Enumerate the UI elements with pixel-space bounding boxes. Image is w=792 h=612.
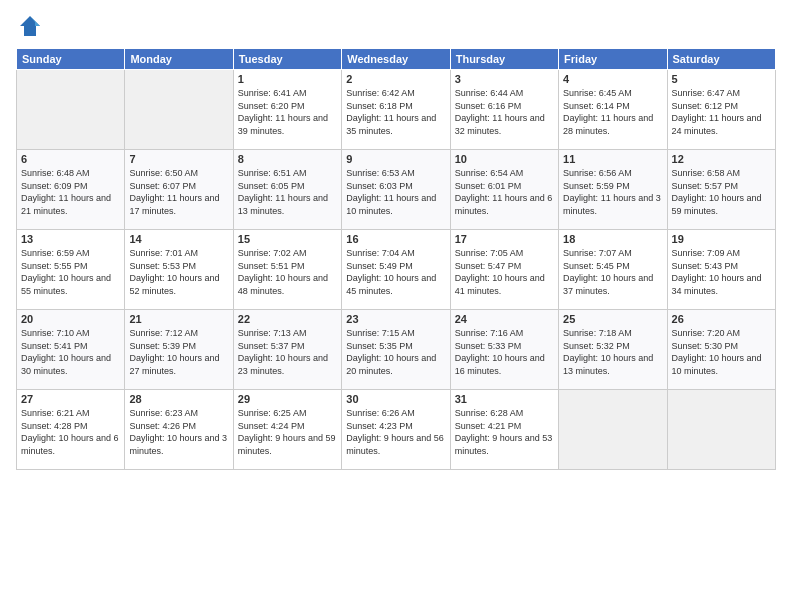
day-number: 14 bbox=[129, 233, 228, 245]
weekday-header-monday: Monday bbox=[125, 49, 233, 70]
day-number: 23 bbox=[346, 313, 445, 325]
day-info: Sunrise: 6:44 AMSunset: 6:16 PMDaylight:… bbox=[455, 87, 554, 137]
day-number: 22 bbox=[238, 313, 337, 325]
day-cell: 25Sunrise: 7:18 AMSunset: 5:32 PMDayligh… bbox=[559, 310, 667, 390]
day-number: 7 bbox=[129, 153, 228, 165]
day-cell: 9Sunrise: 6:53 AMSunset: 6:03 PMDaylight… bbox=[342, 150, 450, 230]
day-number: 3 bbox=[455, 73, 554, 85]
day-info: Sunrise: 6:54 AMSunset: 6:01 PMDaylight:… bbox=[455, 167, 554, 217]
day-info: Sunrise: 6:45 AMSunset: 6:14 PMDaylight:… bbox=[563, 87, 662, 137]
day-cell: 5Sunrise: 6:47 AMSunset: 6:12 PMDaylight… bbox=[667, 70, 775, 150]
day-info: Sunrise: 6:48 AMSunset: 6:09 PMDaylight:… bbox=[21, 167, 120, 217]
day-number: 10 bbox=[455, 153, 554, 165]
day-cell: 12Sunrise: 6:58 AMSunset: 5:57 PMDayligh… bbox=[667, 150, 775, 230]
weekday-header-thursday: Thursday bbox=[450, 49, 558, 70]
day-info: Sunrise: 6:42 AMSunset: 6:18 PMDaylight:… bbox=[346, 87, 445, 137]
page: SundayMondayTuesdayWednesdayThursdayFrid… bbox=[0, 0, 792, 612]
day-info: Sunrise: 7:10 AMSunset: 5:41 PMDaylight:… bbox=[21, 327, 120, 377]
day-number: 24 bbox=[455, 313, 554, 325]
day-info: Sunrise: 6:50 AMSunset: 6:07 PMDaylight:… bbox=[129, 167, 228, 217]
day-info: Sunrise: 7:15 AMSunset: 5:35 PMDaylight:… bbox=[346, 327, 445, 377]
day-number: 28 bbox=[129, 393, 228, 405]
day-number: 19 bbox=[672, 233, 771, 245]
day-number: 6 bbox=[21, 153, 120, 165]
day-number: 30 bbox=[346, 393, 445, 405]
day-number: 4 bbox=[563, 73, 662, 85]
day-number: 5 bbox=[672, 73, 771, 85]
day-cell: 16Sunrise: 7:04 AMSunset: 5:49 PMDayligh… bbox=[342, 230, 450, 310]
day-number: 29 bbox=[238, 393, 337, 405]
day-cell: 3Sunrise: 6:44 AMSunset: 6:16 PMDaylight… bbox=[450, 70, 558, 150]
logo-icon bbox=[16, 12, 44, 40]
day-number: 26 bbox=[672, 313, 771, 325]
day-info: Sunrise: 6:28 AMSunset: 4:21 PMDaylight:… bbox=[455, 407, 554, 457]
day-cell: 10Sunrise: 6:54 AMSunset: 6:01 PMDayligh… bbox=[450, 150, 558, 230]
day-cell bbox=[125, 70, 233, 150]
day-info: Sunrise: 7:16 AMSunset: 5:33 PMDaylight:… bbox=[455, 327, 554, 377]
day-cell: 29Sunrise: 6:25 AMSunset: 4:24 PMDayligh… bbox=[233, 390, 341, 470]
week-row-5: 27Sunrise: 6:21 AMSunset: 4:28 PMDayligh… bbox=[17, 390, 776, 470]
day-cell: 4Sunrise: 6:45 AMSunset: 6:14 PMDaylight… bbox=[559, 70, 667, 150]
day-cell: 8Sunrise: 6:51 AMSunset: 6:05 PMDaylight… bbox=[233, 150, 341, 230]
day-number: 25 bbox=[563, 313, 662, 325]
weekday-header-row: SundayMondayTuesdayWednesdayThursdayFrid… bbox=[17, 49, 776, 70]
day-cell: 6Sunrise: 6:48 AMSunset: 6:09 PMDaylight… bbox=[17, 150, 125, 230]
day-cell: 30Sunrise: 6:26 AMSunset: 4:23 PMDayligh… bbox=[342, 390, 450, 470]
day-info: Sunrise: 6:41 AMSunset: 6:20 PMDaylight:… bbox=[238, 87, 337, 137]
day-cell: 31Sunrise: 6:28 AMSunset: 4:21 PMDayligh… bbox=[450, 390, 558, 470]
day-info: Sunrise: 6:58 AMSunset: 5:57 PMDaylight:… bbox=[672, 167, 771, 217]
day-number: 31 bbox=[455, 393, 554, 405]
calendar-table: SundayMondayTuesdayWednesdayThursdayFrid… bbox=[16, 48, 776, 470]
day-number: 27 bbox=[21, 393, 120, 405]
day-cell: 28Sunrise: 6:23 AMSunset: 4:26 PMDayligh… bbox=[125, 390, 233, 470]
day-info: Sunrise: 6:23 AMSunset: 4:26 PMDaylight:… bbox=[129, 407, 228, 457]
day-info: Sunrise: 7:18 AMSunset: 5:32 PMDaylight:… bbox=[563, 327, 662, 377]
weekday-header-saturday: Saturday bbox=[667, 49, 775, 70]
day-cell: 27Sunrise: 6:21 AMSunset: 4:28 PMDayligh… bbox=[17, 390, 125, 470]
day-cell: 26Sunrise: 7:20 AMSunset: 5:30 PMDayligh… bbox=[667, 310, 775, 390]
day-cell: 21Sunrise: 7:12 AMSunset: 5:39 PMDayligh… bbox=[125, 310, 233, 390]
weekday-header-sunday: Sunday bbox=[17, 49, 125, 70]
day-info: Sunrise: 6:56 AMSunset: 5:59 PMDaylight:… bbox=[563, 167, 662, 217]
day-info: Sunrise: 6:26 AMSunset: 4:23 PMDaylight:… bbox=[346, 407, 445, 457]
day-info: Sunrise: 7:05 AMSunset: 5:47 PMDaylight:… bbox=[455, 247, 554, 297]
day-number: 9 bbox=[346, 153, 445, 165]
day-cell: 22Sunrise: 7:13 AMSunset: 5:37 PMDayligh… bbox=[233, 310, 341, 390]
day-cell: 23Sunrise: 7:15 AMSunset: 5:35 PMDayligh… bbox=[342, 310, 450, 390]
day-number: 12 bbox=[672, 153, 771, 165]
day-cell: 2Sunrise: 6:42 AMSunset: 6:18 PMDaylight… bbox=[342, 70, 450, 150]
day-info: Sunrise: 7:07 AMSunset: 5:45 PMDaylight:… bbox=[563, 247, 662, 297]
weekday-header-wednesday: Wednesday bbox=[342, 49, 450, 70]
day-info: Sunrise: 6:53 AMSunset: 6:03 PMDaylight:… bbox=[346, 167, 445, 217]
day-number: 16 bbox=[346, 233, 445, 245]
day-cell bbox=[559, 390, 667, 470]
day-info: Sunrise: 7:09 AMSunset: 5:43 PMDaylight:… bbox=[672, 247, 771, 297]
day-cell: 13Sunrise: 6:59 AMSunset: 5:55 PMDayligh… bbox=[17, 230, 125, 310]
day-cell bbox=[667, 390, 775, 470]
day-number: 17 bbox=[455, 233, 554, 245]
day-cell: 15Sunrise: 7:02 AMSunset: 5:51 PMDayligh… bbox=[233, 230, 341, 310]
day-info: Sunrise: 7:02 AMSunset: 5:51 PMDaylight:… bbox=[238, 247, 337, 297]
day-number: 1 bbox=[238, 73, 337, 85]
day-info: Sunrise: 7:01 AMSunset: 5:53 PMDaylight:… bbox=[129, 247, 228, 297]
day-cell bbox=[17, 70, 125, 150]
week-row-2: 6Sunrise: 6:48 AMSunset: 6:09 PMDaylight… bbox=[17, 150, 776, 230]
day-info: Sunrise: 7:13 AMSunset: 5:37 PMDaylight:… bbox=[238, 327, 337, 377]
day-cell: 11Sunrise: 6:56 AMSunset: 5:59 PMDayligh… bbox=[559, 150, 667, 230]
day-number: 20 bbox=[21, 313, 120, 325]
logo bbox=[16, 12, 48, 40]
day-info: Sunrise: 7:12 AMSunset: 5:39 PMDaylight:… bbox=[129, 327, 228, 377]
day-cell: 20Sunrise: 7:10 AMSunset: 5:41 PMDayligh… bbox=[17, 310, 125, 390]
day-info: Sunrise: 7:20 AMSunset: 5:30 PMDaylight:… bbox=[672, 327, 771, 377]
weekday-header-tuesday: Tuesday bbox=[233, 49, 341, 70]
day-cell: 1Sunrise: 6:41 AMSunset: 6:20 PMDaylight… bbox=[233, 70, 341, 150]
day-info: Sunrise: 6:21 AMSunset: 4:28 PMDaylight:… bbox=[21, 407, 120, 457]
day-number: 15 bbox=[238, 233, 337, 245]
day-cell: 17Sunrise: 7:05 AMSunset: 5:47 PMDayligh… bbox=[450, 230, 558, 310]
week-row-3: 13Sunrise: 6:59 AMSunset: 5:55 PMDayligh… bbox=[17, 230, 776, 310]
week-row-1: 1Sunrise: 6:41 AMSunset: 6:20 PMDaylight… bbox=[17, 70, 776, 150]
day-info: Sunrise: 6:51 AMSunset: 6:05 PMDaylight:… bbox=[238, 167, 337, 217]
day-cell: 19Sunrise: 7:09 AMSunset: 5:43 PMDayligh… bbox=[667, 230, 775, 310]
header bbox=[16, 12, 776, 40]
day-info: Sunrise: 7:04 AMSunset: 5:49 PMDaylight:… bbox=[346, 247, 445, 297]
